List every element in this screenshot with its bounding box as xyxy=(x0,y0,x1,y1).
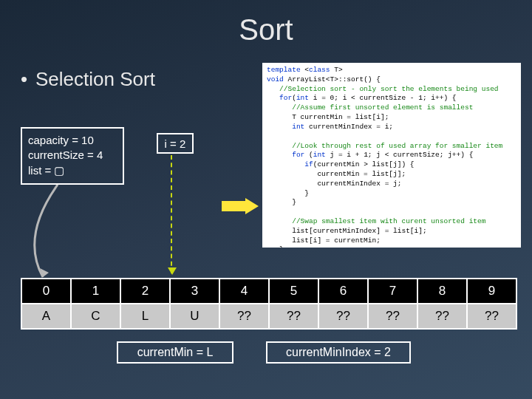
array-index: 5 xyxy=(269,279,318,304)
bullet-selection-sort: Selection Sort xyxy=(35,68,155,91)
array-index: 4 xyxy=(219,279,269,304)
slide-title: Sort xyxy=(0,0,532,47)
current-min-index-box: currentMinIndex = 2 xyxy=(266,341,411,364)
list-pointer-arrow xyxy=(28,185,87,281)
state-current-size: currentSize = 4 xyxy=(28,148,117,163)
table-row: 0 1 2 3 4 5 6 7 8 9 xyxy=(21,279,516,304)
array-value: A xyxy=(21,304,71,329)
table-row: A C L U ?? ?? ?? ?? ?? ?? xyxy=(21,304,516,329)
state-list: list = ▢ xyxy=(28,163,117,178)
execution-pointer-arrow xyxy=(222,198,259,214)
array-value: ?? xyxy=(417,304,467,329)
array-value: ?? xyxy=(269,304,318,329)
array-value: ?? xyxy=(467,304,516,329)
array-value: U xyxy=(170,304,219,329)
i-pointer-arrow xyxy=(171,155,172,273)
current-min-box: currentMin = L xyxy=(117,341,233,364)
array-index: 9 xyxy=(467,279,516,304)
array-value: C xyxy=(71,304,120,329)
array-index: 0 xyxy=(21,279,71,304)
array-value: ?? xyxy=(318,304,368,329)
array-index: 2 xyxy=(120,279,170,304)
array-value: L xyxy=(120,304,170,329)
code-block: template <class T> void ArrayList<T>::so… xyxy=(262,63,521,248)
i-box: i = 2 xyxy=(157,133,194,154)
array-value: ?? xyxy=(219,304,269,329)
array-index: 8 xyxy=(417,279,467,304)
array-index: 7 xyxy=(368,279,417,304)
state-capacity: capacity = 10 xyxy=(28,133,117,148)
array-value: ?? xyxy=(368,304,417,329)
array-index: 3 xyxy=(170,279,219,304)
array-index: 6 xyxy=(318,279,368,304)
array-table: 0 1 2 3 4 5 6 7 8 9 A C L U ?? ?? ?? ?? … xyxy=(21,278,517,330)
state-box: capacity = 10 currentSize = 4 list = ▢ xyxy=(21,127,124,185)
array-index: 1 xyxy=(71,279,120,304)
